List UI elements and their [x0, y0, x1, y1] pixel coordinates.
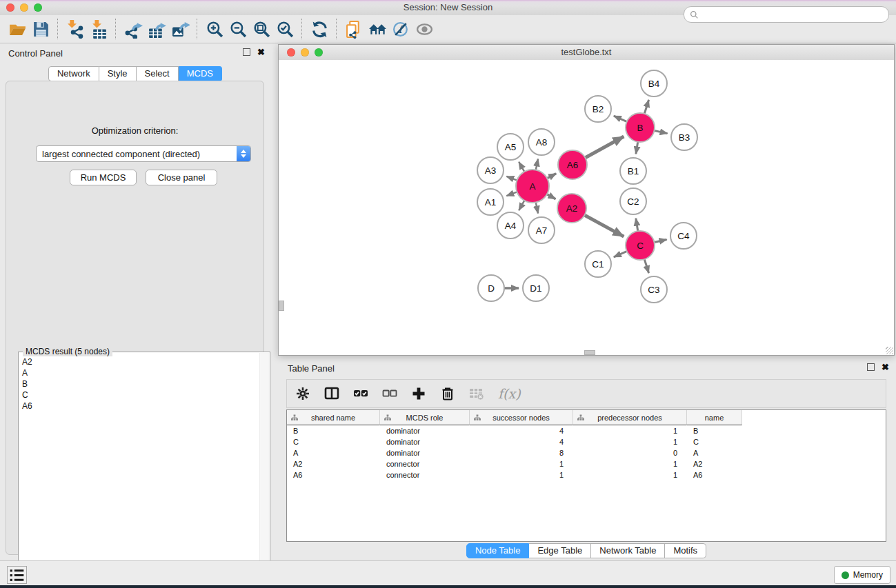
column-header-successor-nodes[interactable]: successor nodes — [470, 410, 573, 425]
cell-predecessor-nodes: 1 — [573, 436, 687, 447]
import-network-button[interactable] — [63, 18, 87, 40]
export-table-button[interactable] — [145, 18, 168, 40]
eye-visibility-button[interactable] — [412, 18, 436, 40]
add-column-button[interactable] — [410, 385, 428, 403]
node-A8[interactable]: A8 — [528, 129, 555, 155]
tab-edge-table[interactable]: Edge Table — [529, 543, 591, 558]
network-window-titlebar[interactable]: testGlobe.txt — [279, 45, 894, 61]
settings-button[interactable] — [294, 385, 312, 403]
window-resize-grip[interactable] — [886, 347, 893, 354]
close-panel-button[interactable]: Close panel — [146, 170, 217, 185]
node-D[interactable]: D — [478, 275, 504, 301]
node-label-B: B — [637, 123, 643, 133]
node-B1[interactable]: B1 — [620, 158, 646, 184]
result-list-item[interactable]: C — [19, 389, 260, 401]
table-row[interactable]: Adominator80A — [287, 447, 886, 458]
column-label: name — [705, 414, 724, 422]
tab-node-table[interactable]: Node Table — [466, 543, 530, 558]
node-C4[interactable]: C4 — [670, 223, 697, 249]
node-B2[interactable]: B2 — [585, 96, 611, 122]
node-D1[interactable]: D1 — [523, 275, 549, 301]
node-A[interactable]: A — [516, 170, 549, 203]
tab-network[interactable]: Network — [48, 66, 99, 81]
node-B[interactable]: B — [626, 113, 655, 142]
deselect-all-button[interactable] — [381, 385, 399, 403]
node-label-D1: D1 — [530, 283, 541, 294]
memory-button[interactable]: Memory — [834, 566, 890, 584]
table-row[interactable]: Bdominator41B — [287, 425, 886, 436]
optimization-criterion-select[interactable]: largest connected component (directed) — [36, 145, 251, 162]
zoom-selected-icon — [276, 20, 295, 39]
node-A1[interactable]: A1 — [477, 189, 504, 215]
close-panel-icon[interactable]: ✖ — [257, 48, 265, 56]
graphics-details-icon: f — [392, 20, 410, 39]
result-list-item[interactable]: A — [19, 367, 260, 378]
node-A4[interactable]: A4 — [497, 212, 524, 239]
node-label-C4: C4 — [677, 231, 690, 241]
export-image-button[interactable] — [168, 18, 192, 40]
refresh-button[interactable] — [308, 18, 331, 40]
node-label-B1: B1 — [628, 166, 639, 176]
tab-mcds[interactable]: MCDS — [179, 66, 222, 81]
node-C1[interactable]: C1 — [585, 251, 611, 277]
delete-column-icon — [440, 386, 455, 401]
zoom-out-button[interactable] — [226, 18, 250, 40]
cell-successor-nodes: 4 — [470, 436, 573, 447]
search-input[interactable] — [699, 8, 888, 21]
network-canvas[interactable]: B4B2BB3A5A8A6A3AB1A1C2A2A4A7CC4C1C3DD1 — [279, 60, 894, 355]
node-C[interactable]: C — [626, 231, 655, 260]
mcds-result-list[interactable]: A2ABCA6 — [19, 356, 260, 587]
node-B4[interactable]: B4 — [641, 70, 667, 97]
node-A5[interactable]: A5 — [497, 134, 524, 160]
float-panel-icon[interactable] — [243, 48, 250, 56]
zoom-in-button[interactable] — [203, 18, 226, 40]
column-header-MCDS-role[interactable]: MCDS role — [380, 410, 470, 425]
result-list-scrollbar[interactable] — [259, 353, 269, 587]
select-all-button[interactable] — [352, 385, 370, 403]
node-C2[interactable]: C2 — [620, 188, 646, 214]
table-toolbar: f(x) — [286, 379, 886, 408]
search-field[interactable] — [684, 6, 889, 23]
column-header-predecessor-nodes[interactable]: predecessor nodes — [573, 410, 687, 425]
run-mcds-button[interactable]: Run MCDS — [70, 170, 137, 185]
node-label-A1: A1 — [485, 197, 497, 207]
node-A3[interactable]: A3 — [477, 157, 504, 183]
node-C3[interactable]: C3 — [641, 276, 667, 303]
tab-select[interactable]: Select — [137, 66, 179, 81]
node-A6[interactable]: A6 — [558, 150, 587, 179]
table-close-panel-icon[interactable]: ✖ — [882, 363, 889, 371]
horizontal-scrollbar-thumb[interactable] — [584, 350, 595, 355]
vertical-scrollbar-thumb[interactable] — [279, 301, 284, 311]
save-session-button[interactable] — [29, 18, 52, 40]
split-view-button[interactable] — [323, 385, 341, 403]
tab-motifs[interactable]: Motifs — [665, 543, 706, 558]
delete-column-button[interactable] — [439, 385, 457, 403]
home-button[interactable] — [366, 18, 389, 40]
table-float-panel-icon[interactable] — [867, 363, 875, 371]
import-table-button[interactable] — [87, 18, 110, 40]
result-list-item[interactable]: A6 — [19, 401, 260, 412]
table-row[interactable]: A2connector11A2 — [287, 458, 886, 469]
function-builder-button[interactable]: f(x) — [498, 386, 521, 401]
export-network-button[interactable] — [121, 18, 145, 40]
table-row[interactable]: A6connector11A6 — [287, 469, 886, 480]
node-A7[interactable]: A7 — [528, 217, 555, 243]
result-list-item[interactable]: B — [19, 378, 260, 389]
zoom-selected-button[interactable] — [273, 18, 297, 40]
node-A2[interactable]: A2 — [557, 194, 586, 223]
column-header-shared-name[interactable]: shared name — [287, 410, 380, 425]
graphics-details-button[interactable]: f — [389, 18, 412, 40]
open-session-button[interactable] — [6, 18, 29, 40]
tab-network-table[interactable]: Network Table — [591, 543, 665, 558]
task-history-button[interactable] — [7, 566, 27, 584]
column-header-name[interactable]: name — [687, 410, 742, 425]
toolbar-separator — [336, 19, 337, 39]
cell-predecessor-nodes: 0 — [573, 447, 687, 458]
copy-network-button[interactable] — [342, 18, 366, 40]
table-row[interactable]: Cdominator41C — [287, 436, 886, 447]
import-table-icon — [90, 20, 108, 39]
result-list-item[interactable]: A2 — [19, 356, 260, 367]
node-B3[interactable]: B3 — [671, 124, 697, 150]
tab-style[interactable]: Style — [99, 66, 137, 81]
zoom-fit-button[interactable] — [250, 18, 273, 40]
